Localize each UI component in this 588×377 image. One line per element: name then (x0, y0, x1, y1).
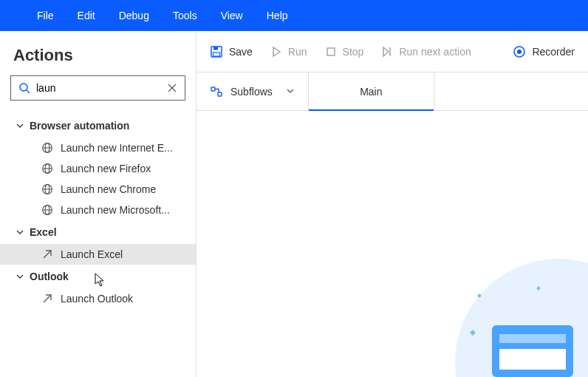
save-button[interactable]: Save (210, 45, 253, 58)
action-launch-edge[interactable]: Launch new Microsoft... (0, 200, 196, 220)
svg-line-1 (27, 90, 30, 93)
svg-rect-19 (327, 48, 335, 55)
clear-icon[interactable] (167, 83, 177, 93)
recorder-button[interactable]: Recorder (513, 45, 575, 58)
action-label: Launch new Microsoft... (61, 204, 170, 216)
group-browser-automation[interactable]: Browser automation (0, 114, 196, 137)
actions-sidebar: Actions Browser automation Launch new In… (0, 31, 196, 377)
action-launch-chrome[interactable]: Launch new Chrome (0, 179, 196, 200)
action-launch-firefox[interactable]: Launch new Firefox (0, 158, 196, 179)
search-input[interactable] (36, 82, 167, 94)
group-excel[interactable]: Excel (0, 220, 196, 244)
action-label: Launch new Chrome (61, 183, 156, 195)
action-label: Launch Outlook (61, 293, 133, 305)
menu-edit[interactable]: Edit (78, 10, 95, 21)
chevron-down-icon (16, 122, 24, 129)
stop-label: Stop (343, 46, 364, 58)
subflows-icon (210, 85, 223, 98)
chevron-down-icon (16, 228, 24, 236)
svg-point-22 (517, 50, 522, 54)
group-outlook[interactable]: Outlook (0, 265, 196, 288)
save-label: Save (229, 46, 253, 58)
tab-main[interactable]: Main (309, 72, 434, 110)
svg-rect-18 (213, 52, 220, 56)
menu-view[interactable]: View (221, 10, 243, 21)
search-icon (18, 82, 30, 94)
globe-icon (41, 142, 53, 154)
action-label: Launch new Firefox (61, 163, 151, 174)
tab-row: Subflows Main (196, 72, 588, 111)
stop-icon (325, 46, 337, 58)
sidebar-title: Actions (0, 41, 196, 75)
run-button[interactable]: Run (270, 46, 307, 58)
action-launch-excel[interactable]: Launch Excel (0, 244, 196, 265)
chevron-down-icon (16, 273, 24, 280)
chevron-down-icon (286, 86, 295, 98)
menu-file[interactable]: File (37, 10, 54, 21)
step-icon (381, 46, 393, 58)
menubar: File Edit Debug Tools View Help (0, 0, 588, 31)
main-pane: Save Run Stop Run next action (196, 31, 588, 377)
stop-button[interactable]: Stop (325, 46, 364, 58)
run-next-label: Run next action (399, 46, 471, 58)
globe-icon (41, 163, 53, 174)
run-label: Run (288, 46, 307, 58)
globe-icon (41, 204, 53, 216)
search-box[interactable] (10, 75, 185, 101)
menu-help[interactable]: Help (267, 10, 288, 21)
record-icon (513, 45, 526, 58)
menu-tools[interactable]: Tools (173, 10, 197, 21)
svg-rect-24 (218, 92, 222, 96)
svg-rect-28 (499, 349, 566, 370)
svg-rect-17 (213, 47, 218, 50)
globe-icon (41, 183, 53, 195)
menu-debug[interactable]: Debug (119, 10, 149, 21)
save-icon (210, 45, 223, 58)
group-label: Excel (30, 226, 57, 238)
svg-rect-23 (211, 87, 215, 91)
subflows-label: Subflows (230, 86, 273, 98)
action-launch-outlook[interactable]: Launch Outlook (0, 288, 196, 309)
recorder-label: Recorder (532, 46, 575, 58)
illustration (448, 251, 588, 377)
toolbar: Save Run Stop Run next action (196, 31, 588, 72)
run-next-button[interactable]: Run next action (381, 46, 471, 58)
action-label: Launch Excel (61, 248, 123, 260)
group-label: Browser automation (30, 120, 129, 132)
svg-rect-27 (499, 334, 566, 343)
subflows-dropdown[interactable]: Subflows (196, 72, 309, 110)
tab-label: Main (360, 86, 382, 98)
svg-point-0 (20, 84, 27, 91)
arrow-out-icon (41, 248, 53, 260)
action-label: Launch new Internet E... (61, 142, 173, 154)
group-label: Outlook (30, 271, 69, 282)
play-icon (270, 46, 282, 58)
arrow-out-icon (41, 293, 53, 305)
action-launch-ie[interactable]: Launch new Internet E... (0, 137, 196, 158)
